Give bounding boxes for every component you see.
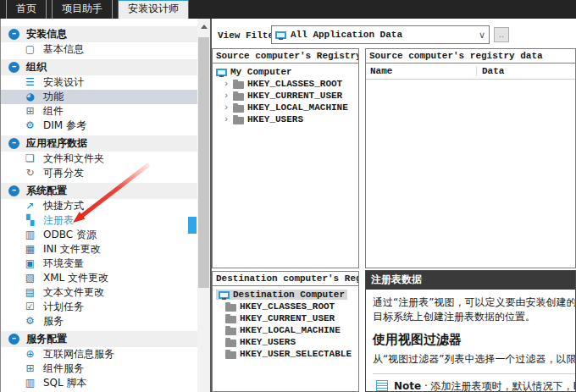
help-note-box: Note · 添加注册表项时，默认情况下，InstallShie 将选择最佳功能… <box>373 373 575 392</box>
text-file-icon: ▤ <box>24 286 36 299</box>
section-label: 系统配置 <box>26 184 67 198</box>
tree-node-label: HKEY_USERS <box>247 114 303 124</box>
sidebar-item-setup-design[interactable]: ☰ 安装设计 <box>1 75 197 90</box>
sidebar-item-registry[interactable]: ▚ 注册表 <box>1 213 197 228</box>
environment-variables-icon: ▣ <box>24 257 36 270</box>
item-label: 组件 <box>43 104 64 119</box>
tree-node-label: HKEY_LOCAL_MACHINE <box>240 325 341 335</box>
section-label: 组织 <box>26 60 47 75</box>
tree-node-hkey-classes-root[interactable]: HKEY_CLASSES_ROOT <box>213 301 358 312</box>
scrollbar-up-arrow-icon[interactable] <box>201 25 208 29</box>
column-header-data[interactable]: Data <box>477 66 504 76</box>
folder-icon <box>225 351 236 359</box>
tree-node-hkey-users[interactable]: HKEY_USERS <box>213 336 358 348</box>
tree-node-label: HKEY_USER_SELECTABLE <box>240 349 352 359</box>
registry-selection-marker <box>188 217 197 234</box>
chevron-right-icon[interactable]: › <box>223 79 230 89</box>
dim-reference-gear-icon: ⚙ <box>24 119 36 132</box>
sidebar-section-install-info[interactable]: – 安装信息 <box>1 26 197 42</box>
sidebar-item-scheduled-tasks[interactable]: ☑ 计划任务 <box>1 300 197 314</box>
sidebar-scrollbar-thumb[interactable] <box>198 37 209 288</box>
window-icon: ▢ <box>24 43 36 56</box>
sidebar-item-services[interactable]: ⚙ 服务 <box>1 314 197 329</box>
tab-project-assistant[interactable]: 项目助手 <box>52 0 113 19</box>
tree-node-hkey-users[interactable]: › HKEY_USERS <box>213 113 358 125</box>
sidebar-item-components[interactable]: ⊞ 组件 <box>1 104 197 119</box>
sidebar-item-odbc-resources[interactable]: ▥ ODBC 资源 <box>1 228 197 242</box>
tree-node-hkey-local-machine[interactable]: › HKEY_LOCAL_MACHINE <box>213 102 358 113</box>
registry-data-empty-list[interactable] <box>366 80 575 266</box>
sidebar-section-system-configuration[interactable]: – 系统配置 <box>1 183 197 199</box>
item-label: 安装设计 <box>43 75 84 90</box>
section-label: 应用程序数据 <box>26 136 87 151</box>
folder-icon <box>233 93 244 101</box>
source-registry-tree-title: Source computer's Registry view <box>213 49 358 63</box>
help-paragraph-line: 从“视图过滤器”列表中选择一个过滤器，以限制您在“注 <box>373 352 575 367</box>
tree-node-hkey-local-machine[interactable]: HKEY_LOCAL_MACHINE <box>213 324 358 336</box>
view-filter-dropdown[interactable]: All Application Data ∨ <box>271 25 490 44</box>
sidebar-item-text-file-changes[interactable]: ▤ 文本文件更改 <box>1 285 197 300</box>
sidebar-item-dim-references[interactable]: ⚙ DIM 参考 <box>1 119 197 133</box>
tree-node-label: HKEY_CLASSES_ROOT <box>240 301 335 312</box>
sidebar-item-redistributables[interactable]: ↻ 可再分发 <box>1 166 197 180</box>
sidebar-section-application-data[interactable]: – 应用程序数据 <box>1 135 197 152</box>
item-label: 环境变量 <box>43 257 84 271</box>
sidebar-item-xml-file-changes[interactable]: ▧ XML 文件更改 <box>1 271 197 285</box>
tab-home[interactable]: 首页 <box>6 0 47 19</box>
section-label: 安装信息 <box>26 27 67 41</box>
chevron-down-icon: ∨ <box>479 30 485 41</box>
sidebar-section-organization[interactable]: – 组织 <box>1 59 197 75</box>
tree-node-hkey-current-user[interactable]: HKEY_CURRENT_USER <box>213 312 358 324</box>
help-paragraph-line: 通过“注册表”视图，可以定义要由安装创建的注册表项 <box>373 295 575 310</box>
folder-icon <box>233 81 244 89</box>
sidebar-item-shortcuts[interactable]: ↗ 快捷方式 <box>1 199 197 213</box>
tree-node-label: HKEY_CLASSES_ROOT <box>247 79 342 89</box>
components-grid-icon: ⊞ <box>24 105 36 118</box>
sidebar-item-component-services[interactable]: ⊞ 组件服务 <box>1 362 197 376</box>
chevron-right-icon[interactable]: › <box>223 102 230 113</box>
folder-icon <box>225 316 236 323</box>
sidebar-item-environment-variables[interactable]: ▣ 环境变量 <box>1 257 197 271</box>
sidebar-item-general-info[interactable]: ▢ 基本信息 <box>1 42 197 57</box>
chevron-right-icon[interactable]: › <box>223 91 230 101</box>
sidebar-item-sql-scripts[interactable]: ▥ SQL 脚本 <box>1 376 197 390</box>
folder-icon <box>233 117 244 124</box>
tree-node-hkey-current-user[interactable]: › HKEY_CURRENT_USER <box>213 90 358 102</box>
note-text-fragment: · 添加注册表项时，默认情况下，InstallShie <box>421 380 576 392</box>
sidebar-item-internet-information-services[interactable]: ⊕ 互联网信息服务 <box>1 347 197 362</box>
item-label: 注册表 <box>43 213 74 228</box>
files-folders-icon: ❏ <box>24 152 36 165</box>
column-header-name[interactable]: Name <box>366 66 477 76</box>
computer-monitor-icon <box>216 69 227 76</box>
help-panel-title: 注册表数据 <box>366 271 575 290</box>
folder-icon <box>225 328 236 335</box>
sidebar-section-services-configuration[interactable]: – 服务配置 <box>1 331 197 347</box>
collapse-icon: – <box>8 185 19 196</box>
chevron-right-icon[interactable]: › <box>223 114 230 124</box>
collapse-icon: – <box>8 138 19 149</box>
tree-node-my-computer[interactable]: My Computer <box>213 66 358 78</box>
tree-node-destination-computer[interactable]: Destination Computer <box>213 289 358 301</box>
view-filter-browse-button[interactable]: .. <box>494 27 509 42</box>
registry-icon: ▚ <box>24 214 36 227</box>
item-label: 文件和文件夹 <box>43 152 104 166</box>
sidebar-item-features[interactable]: ◕ 功能 <box>1 90 197 104</box>
source-registry-data-title: Source computer's registry data <box>366 49 575 63</box>
tree-node-hkey-classes-root[interactable]: › HKEY_CLASSES_ROOT <box>213 78 358 90</box>
item-label: 计划任务 <box>43 300 84 314</box>
tab-installation-designer[interactable]: 安装设计师 <box>118 0 189 19</box>
note-line: Note · 添加注册表项时，默认情况下，InstallShie <box>394 379 576 392</box>
tree-node-hkey-user-selectable[interactable]: HKEY_USER_SELECTABLE <box>213 348 358 360</box>
computer-monitor-icon <box>275 31 286 39</box>
item-label: SQL 脚本 <box>43 376 87 390</box>
note-document-icon <box>376 380 388 392</box>
section-label: 服务配置 <box>26 332 67 346</box>
sidebar-item-files-folders[interactable]: ❏ 文件和文件夹 <box>1 152 197 166</box>
xml-file-icon: ▧ <box>24 272 36 284</box>
item-label: DIM 参考 <box>43 119 86 133</box>
computer-monitor-icon <box>219 291 230 299</box>
sidebar-item-ini-file-changes[interactable]: ▦ INI 文件更改 <box>1 242 197 257</box>
item-label: 组件服务 <box>43 362 84 376</box>
services-gear-icon: ⚙ <box>24 315 36 328</box>
tree-node-label: Destination Computer <box>233 290 345 300</box>
